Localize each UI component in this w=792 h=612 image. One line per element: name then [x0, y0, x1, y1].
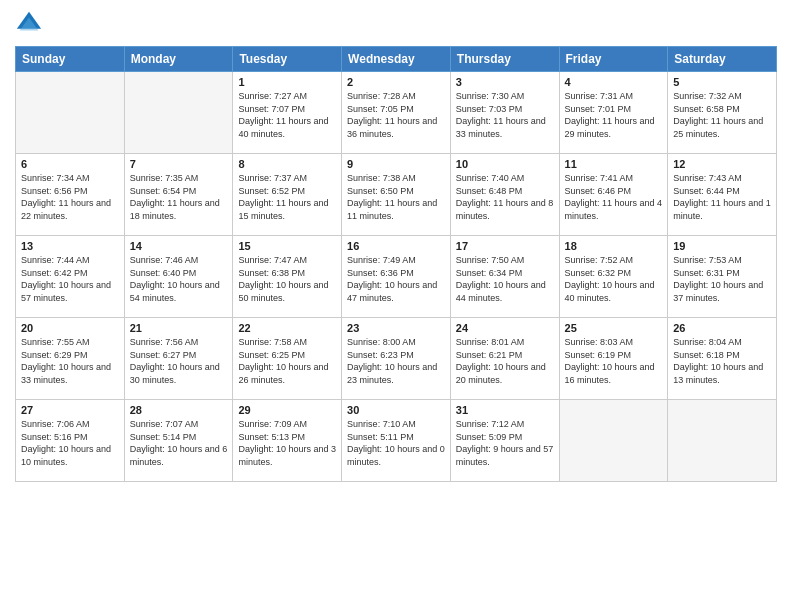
calendar-cell: 28Sunrise: 7:07 AM Sunset: 5:14 PM Dayli… [124, 400, 233, 482]
day-number: 1 [238, 76, 336, 88]
calendar-cell: 5Sunrise: 7:32 AM Sunset: 6:58 PM Daylig… [668, 72, 777, 154]
calendar-cell: 1Sunrise: 7:27 AM Sunset: 7:07 PM Daylig… [233, 72, 342, 154]
calendar-week-row: 13Sunrise: 7:44 AM Sunset: 6:42 PM Dayli… [16, 236, 777, 318]
day-number: 5 [673, 76, 771, 88]
day-number: 15 [238, 240, 336, 252]
cell-content: Sunrise: 7:07 AM Sunset: 5:14 PM Dayligh… [130, 418, 228, 468]
day-of-week-header: Thursday [450, 47, 559, 72]
calendar-cell: 20Sunrise: 7:55 AM Sunset: 6:29 PM Dayli… [16, 318, 125, 400]
page: SundayMondayTuesdayWednesdayThursdayFrid… [0, 0, 792, 612]
calendar-cell: 31Sunrise: 7:12 AM Sunset: 5:09 PM Dayli… [450, 400, 559, 482]
logo [15, 10, 47, 38]
calendar-cell: 11Sunrise: 7:41 AM Sunset: 6:46 PM Dayli… [559, 154, 668, 236]
cell-content: Sunrise: 7:40 AM Sunset: 6:48 PM Dayligh… [456, 172, 554, 222]
cell-content: Sunrise: 8:00 AM Sunset: 6:23 PM Dayligh… [347, 336, 445, 386]
calendar-table: SundayMondayTuesdayWednesdayThursdayFrid… [15, 46, 777, 482]
cell-content: Sunrise: 7:55 AM Sunset: 6:29 PM Dayligh… [21, 336, 119, 386]
calendar-cell: 9Sunrise: 7:38 AM Sunset: 6:50 PM Daylig… [342, 154, 451, 236]
calendar-cell: 2Sunrise: 7:28 AM Sunset: 7:05 PM Daylig… [342, 72, 451, 154]
day-of-week-header: Sunday [16, 47, 125, 72]
cell-content: Sunrise: 7:58 AM Sunset: 6:25 PM Dayligh… [238, 336, 336, 386]
calendar-cell: 15Sunrise: 7:47 AM Sunset: 6:38 PM Dayli… [233, 236, 342, 318]
cell-content: Sunrise: 7:06 AM Sunset: 5:16 PM Dayligh… [21, 418, 119, 468]
day-number: 17 [456, 240, 554, 252]
calendar-cell: 22Sunrise: 7:58 AM Sunset: 6:25 PM Dayli… [233, 318, 342, 400]
day-number: 8 [238, 158, 336, 170]
cell-content: Sunrise: 7:35 AM Sunset: 6:54 PM Dayligh… [130, 172, 228, 222]
cell-content: Sunrise: 7:09 AM Sunset: 5:13 PM Dayligh… [238, 418, 336, 468]
calendar-cell [559, 400, 668, 482]
day-of-week-header: Tuesday [233, 47, 342, 72]
day-number: 16 [347, 240, 445, 252]
cell-content: Sunrise: 8:01 AM Sunset: 6:21 PM Dayligh… [456, 336, 554, 386]
cell-content: Sunrise: 7:52 AM Sunset: 6:32 PM Dayligh… [565, 254, 663, 304]
cell-content: Sunrise: 7:27 AM Sunset: 7:07 PM Dayligh… [238, 90, 336, 140]
cell-content: Sunrise: 7:50 AM Sunset: 6:34 PM Dayligh… [456, 254, 554, 304]
day-number: 19 [673, 240, 771, 252]
cell-content: Sunrise: 7:43 AM Sunset: 6:44 PM Dayligh… [673, 172, 771, 222]
day-number: 13 [21, 240, 119, 252]
day-number: 30 [347, 404, 445, 416]
calendar-cell: 6Sunrise: 7:34 AM Sunset: 6:56 PM Daylig… [16, 154, 125, 236]
cell-content: Sunrise: 7:34 AM Sunset: 6:56 PM Dayligh… [21, 172, 119, 222]
cell-content: Sunrise: 7:30 AM Sunset: 7:03 PM Dayligh… [456, 90, 554, 140]
calendar-cell: 16Sunrise: 7:49 AM Sunset: 6:36 PM Dayli… [342, 236, 451, 318]
day-number: 24 [456, 322, 554, 334]
calendar-cell: 25Sunrise: 8:03 AM Sunset: 6:19 PM Dayli… [559, 318, 668, 400]
day-number: 2 [347, 76, 445, 88]
logo-icon [15, 10, 43, 38]
calendar-week-row: 27Sunrise: 7:06 AM Sunset: 5:16 PM Dayli… [16, 400, 777, 482]
cell-content: Sunrise: 7:37 AM Sunset: 6:52 PM Dayligh… [238, 172, 336, 222]
calendar-cell [124, 72, 233, 154]
day-number: 11 [565, 158, 663, 170]
cell-content: Sunrise: 7:44 AM Sunset: 6:42 PM Dayligh… [21, 254, 119, 304]
calendar-cell: 27Sunrise: 7:06 AM Sunset: 5:16 PM Dayli… [16, 400, 125, 482]
cell-content: Sunrise: 7:12 AM Sunset: 5:09 PM Dayligh… [456, 418, 554, 468]
calendar-cell: 29Sunrise: 7:09 AM Sunset: 5:13 PM Dayli… [233, 400, 342, 482]
day-number: 23 [347, 322, 445, 334]
calendar-cell: 21Sunrise: 7:56 AM Sunset: 6:27 PM Dayli… [124, 318, 233, 400]
cell-content: Sunrise: 7:41 AM Sunset: 6:46 PM Dayligh… [565, 172, 663, 222]
day-of-week-header: Friday [559, 47, 668, 72]
header [15, 10, 777, 38]
calendar-cell: 14Sunrise: 7:46 AM Sunset: 6:40 PM Dayli… [124, 236, 233, 318]
day-of-week-header: Wednesday [342, 47, 451, 72]
cell-content: Sunrise: 7:31 AM Sunset: 7:01 PM Dayligh… [565, 90, 663, 140]
day-number: 18 [565, 240, 663, 252]
cell-content: Sunrise: 8:03 AM Sunset: 6:19 PM Dayligh… [565, 336, 663, 386]
day-number: 4 [565, 76, 663, 88]
day-of-week-header: Saturday [668, 47, 777, 72]
cell-content: Sunrise: 7:49 AM Sunset: 6:36 PM Dayligh… [347, 254, 445, 304]
calendar-cell: 10Sunrise: 7:40 AM Sunset: 6:48 PM Dayli… [450, 154, 559, 236]
day-number: 28 [130, 404, 228, 416]
cell-content: Sunrise: 7:10 AM Sunset: 5:11 PM Dayligh… [347, 418, 445, 468]
cell-content: Sunrise: 7:56 AM Sunset: 6:27 PM Dayligh… [130, 336, 228, 386]
calendar-cell: 23Sunrise: 8:00 AM Sunset: 6:23 PM Dayli… [342, 318, 451, 400]
day-of-week-header: Monday [124, 47, 233, 72]
day-number: 12 [673, 158, 771, 170]
calendar-cell: 17Sunrise: 7:50 AM Sunset: 6:34 PM Dayli… [450, 236, 559, 318]
calendar-week-row: 20Sunrise: 7:55 AM Sunset: 6:29 PM Dayli… [16, 318, 777, 400]
day-number: 14 [130, 240, 228, 252]
day-number: 29 [238, 404, 336, 416]
day-number: 20 [21, 322, 119, 334]
calendar-cell: 8Sunrise: 7:37 AM Sunset: 6:52 PM Daylig… [233, 154, 342, 236]
day-number: 26 [673, 322, 771, 334]
day-number: 3 [456, 76, 554, 88]
cell-content: Sunrise: 8:04 AM Sunset: 6:18 PM Dayligh… [673, 336, 771, 386]
calendar-cell: 12Sunrise: 7:43 AM Sunset: 6:44 PM Dayli… [668, 154, 777, 236]
calendar-cell: 19Sunrise: 7:53 AM Sunset: 6:31 PM Dayli… [668, 236, 777, 318]
calendar-cell: 26Sunrise: 8:04 AM Sunset: 6:18 PM Dayli… [668, 318, 777, 400]
calendar-cell: 7Sunrise: 7:35 AM Sunset: 6:54 PM Daylig… [124, 154, 233, 236]
day-number: 31 [456, 404, 554, 416]
calendar-cell: 3Sunrise: 7:30 AM Sunset: 7:03 PM Daylig… [450, 72, 559, 154]
day-number: 21 [130, 322, 228, 334]
day-number: 25 [565, 322, 663, 334]
calendar-week-row: 6Sunrise: 7:34 AM Sunset: 6:56 PM Daylig… [16, 154, 777, 236]
day-number: 9 [347, 158, 445, 170]
cell-content: Sunrise: 7:47 AM Sunset: 6:38 PM Dayligh… [238, 254, 336, 304]
cell-content: Sunrise: 7:53 AM Sunset: 6:31 PM Dayligh… [673, 254, 771, 304]
day-number: 22 [238, 322, 336, 334]
calendar-cell [668, 400, 777, 482]
calendar-cell [16, 72, 125, 154]
